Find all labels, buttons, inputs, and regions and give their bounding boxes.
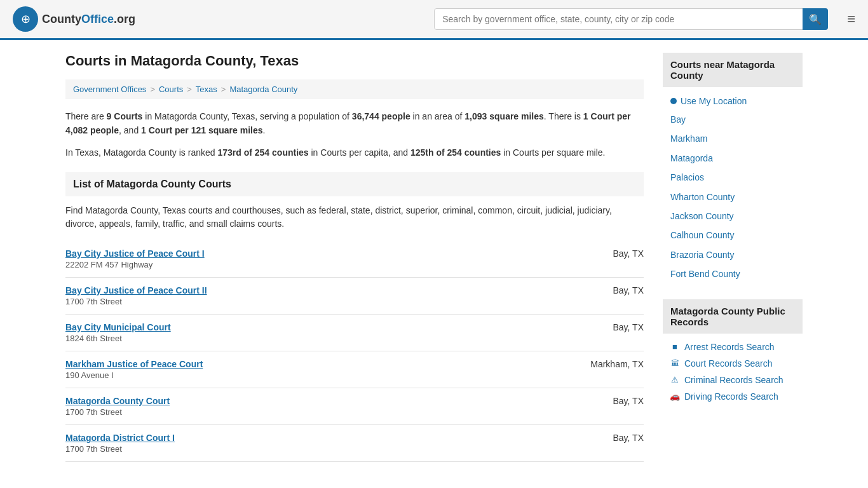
court-name-link[interactable]: Markham Justice of Peace Court: [65, 359, 203, 369]
court-records-label: Court Records Search: [684, 358, 773, 369]
sidebar-link-brazoria[interactable]: Brazoria County: [663, 245, 803, 264]
nearby-section: Courts near Matagorda County Use My Loca…: [663, 53, 803, 284]
court-item: Markham Justice of Peace Court Markham, …: [65, 351, 644, 388]
court-location: Bay, TX: [613, 396, 644, 406]
arrest-records-link[interactable]: ■ Arrest Records Search: [663, 339, 803, 355]
court-location: Bay, TX: [613, 433, 644, 443]
sidebar: Courts near Matagorda County Use My Loca…: [663, 53, 803, 462]
court-name-link[interactable]: Bay City Municipal Court: [65, 322, 171, 332]
logo-text: CountyOffice.org: [42, 13, 135, 26]
breadcrumb-item-courts[interactable]: Courts: [159, 85, 183, 94]
sidebar-link-jackson[interactable]: Jackson County: [663, 207, 803, 226]
court-item: Bay City Municipal Court Bay, TX 1824 6t…: [65, 315, 644, 351]
court-item: Bay City Justice of Peace Court II Bay, …: [65, 278, 644, 315]
sidebar-link-fortbend[interactable]: Fort Bend County: [663, 264, 803, 283]
search-input[interactable]: [434, 8, 828, 30]
sidebar-link-matagorda[interactable]: Matagorda: [663, 149, 803, 168]
court-location: Markham, TX: [590, 359, 644, 369]
criminal-records-label: Criminal Records Search: [684, 375, 783, 385]
breadcrumb-item-texas[interactable]: Texas: [196, 85, 217, 94]
list-section-heading: List of Matagorda County Courts: [65, 172, 644, 196]
criminal-icon: ⚠: [670, 376, 679, 384]
info-paragraph-1: There are 9 Courts in Matagorda County, …: [65, 109, 644, 138]
public-records-section: Matagorda County Public Records ■ Arrest…: [663, 299, 803, 405]
use-location-label: Use My Location: [681, 96, 747, 106]
menu-button[interactable]: ≡: [847, 11, 855, 27]
court-item: Bay City Justice of Peace Court I Bay, T…: [65, 241, 644, 278]
main-content: Courts in Matagorda County, Texas Govern…: [65, 53, 644, 462]
arrest-records-label: Arrest Records Search: [684, 342, 775, 352]
breadcrumb-item-gov-offices[interactable]: Government Offices: [73, 85, 146, 94]
court-item: Matagorda County Court Bay, TX 1700 7th …: [65, 388, 644, 425]
sidebar-link-wharton[interactable]: Wharton County: [663, 187, 803, 207]
court-location: Bay, TX: [613, 322, 644, 332]
sidebar-link-palacios[interactable]: Palacios: [663, 168, 803, 187]
breadcrumb-sep-2: >: [187, 85, 192, 94]
sidebar-link-markham[interactable]: Markham: [663, 129, 803, 148]
nearby-title: Courts near Matagorda County: [663, 53, 803, 87]
court-location: Bay, TX: [613, 248, 644, 259]
court-list: Bay City Justice of Peace Court I Bay, T…: [65, 241, 644, 462]
sidebar-link-bay[interactable]: Bay: [663, 110, 803, 129]
court-name-link[interactable]: Matagorda District Court I: [65, 433, 175, 443]
use-location-button[interactable]: Use My Location: [663, 92, 803, 110]
court-address: 1824 6th Street: [65, 334, 644, 343]
page-container: Courts in Matagorda County, Texas Govern…: [53, 40, 815, 475]
court-location: Bay, TX: [613, 285, 644, 295]
court-item: Matagorda District Court I Bay, TX 1700 …: [65, 425, 644, 462]
court-address: 22202 FM 457 Highway: [65, 260, 644, 269]
site-header: ⊕ CountyOffice.org 🔍 ≡: [0, 0, 868, 40]
logo[interactable]: ⊕ CountyOffice.org: [13, 6, 135, 32]
logo-icon: ⊕: [13, 6, 38, 32]
search-button[interactable]: 🔍: [803, 8, 828, 30]
court-address: 190 Avenue I: [65, 370, 644, 380]
breadcrumb-sep-3: >: [221, 85, 226, 94]
driving-records-label: Driving Records Search: [684, 391, 778, 402]
court-icon: 🏛: [670, 359, 679, 368]
breadcrumb: Government Offices > Courts > Texas > Ma…: [65, 79, 644, 99]
section-description: Find Matagorda County, Texas courts and …: [65, 204, 644, 231]
court-name-link[interactable]: Bay City Justice of Peace Court I: [65, 248, 205, 259]
criminal-records-link[interactable]: ⚠ Criminal Records Search: [663, 372, 803, 388]
location-icon: [670, 98, 677, 104]
driving-icon: 🚗: [670, 392, 679, 401]
breadcrumb-sep-1: >: [150, 85, 155, 94]
page-title: Courts in Matagorda County, Texas: [65, 53, 644, 69]
court-records-link[interactable]: 🏛 Court Records Search: [663, 355, 803, 372]
public-records-title: Matagorda County Public Records: [663, 299, 803, 334]
court-address: 1700 7th Street: [65, 297, 644, 306]
breadcrumb-item-county[interactable]: Matagorda County: [229, 85, 297, 94]
driving-records-link[interactable]: 🚗 Driving Records Search: [663, 388, 803, 405]
court-name-link[interactable]: Matagorda County Court: [65, 396, 170, 406]
sidebar-link-calhoun[interactable]: Calhoun County: [663, 226, 803, 245]
info-paragraph-2: In Texas, Matagorda County is ranked 173…: [65, 146, 644, 159]
arrest-icon: ■: [670, 342, 679, 351]
court-address: 1700 7th Street: [65, 407, 644, 417]
court-address: 1700 7th Street: [65, 444, 644, 454]
court-name-link[interactable]: Bay City Justice of Peace Court II: [65, 285, 207, 295]
search-area: 🔍: [434, 8, 828, 30]
